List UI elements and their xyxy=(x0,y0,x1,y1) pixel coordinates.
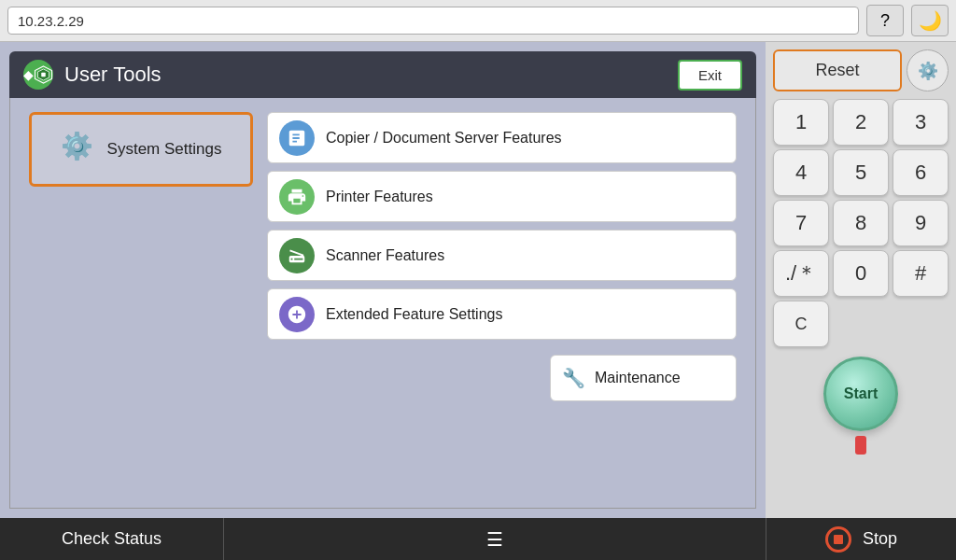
reset-button[interactable]: Reset xyxy=(773,49,902,91)
maintenance-icon: 🔧 xyxy=(562,367,585,389)
key-5-button[interactable]: 5 xyxy=(833,149,889,196)
bottom-bar: Check Status ☰ Stop xyxy=(0,518,956,560)
check-status-button[interactable]: Check Status xyxy=(0,518,224,560)
bottom-center: ☰ xyxy=(224,528,766,551)
key-1-button[interactable]: 1 xyxy=(773,99,829,146)
right-panel: Reset ⚙️ 1 2 3 4 5 6 7 8 9 ./＊ 0 # C Sta… xyxy=(766,42,956,518)
scanner-features-button[interactable]: Scanner Features xyxy=(267,230,737,281)
content-area: ⚙️ System Settings Copier / Document Ser… xyxy=(9,98,756,509)
start-button[interactable]: Start xyxy=(823,357,898,431)
extended-label: Extended Feature Settings xyxy=(326,306,502,323)
key-0-button[interactable]: 0 xyxy=(833,250,889,297)
key-slash-button[interactable]: ./＊ xyxy=(773,250,829,297)
system-settings-button[interactable]: ⚙️ System Settings xyxy=(29,112,253,187)
copier-label: Copier / Document Server Features xyxy=(326,130,562,147)
maintenance-button[interactable]: 🔧 Maintenance xyxy=(550,355,737,401)
night-mode-button[interactable]: 🌙 xyxy=(911,5,949,36)
address-text: 10.23.2.29 xyxy=(18,13,84,29)
address-bar: 10.23.2.29 xyxy=(7,7,859,35)
key-3-button[interactable]: 3 xyxy=(893,99,949,146)
stop-icon xyxy=(825,526,851,553)
user-tools-header: User Tools Exit xyxy=(9,51,756,98)
menu-items: Copier / Document Server Features Printe… xyxy=(267,112,737,494)
stop-icon-inner xyxy=(834,535,843,544)
keypad-grid: 1 2 3 4 5 6 7 8 9 ./＊ 0 # C xyxy=(773,99,949,347)
system-settings-icon: ⚙️ xyxy=(61,131,98,168)
key-8-button[interactable]: 8 xyxy=(833,200,889,246)
maintenance-row: 🔧 Maintenance xyxy=(267,347,737,401)
key-hash-button[interactable]: # xyxy=(893,250,949,297)
printer-label: Printer Features xyxy=(326,189,433,205)
help-icon: ? xyxy=(880,11,890,31)
key-9-button[interactable]: 9 xyxy=(893,200,949,246)
night-icon: 🌙 xyxy=(919,9,942,32)
printer-icon xyxy=(279,179,315,215)
left-panel: User Tools Exit ⚙️ System Settings Copie… xyxy=(0,42,766,518)
main-area: User Tools Exit ⚙️ System Settings Copie… xyxy=(0,42,956,518)
exit-button[interactable]: Exit xyxy=(678,60,742,91)
top-bar: 10.23.2.29 ? 🌙 xyxy=(0,0,956,42)
printer-features-button[interactable]: Printer Features xyxy=(267,171,737,222)
stop-area[interactable]: Stop xyxy=(766,518,956,560)
copier-document-server-button[interactable]: Copier / Document Server Features xyxy=(267,112,737,163)
stop-label: Stop xyxy=(863,529,897,549)
key-6-button[interactable]: 6 xyxy=(893,149,949,196)
scanner-icon xyxy=(279,238,315,273)
user-tools-title: User Tools xyxy=(64,63,667,87)
help-button[interactable]: ? xyxy=(866,5,904,36)
svg-rect-2 xyxy=(41,73,46,77)
copier-icon xyxy=(279,120,315,156)
scanner-label: Scanner Features xyxy=(326,247,444,264)
start-area: Start xyxy=(773,357,949,455)
keypad-top: Reset ⚙️ xyxy=(773,49,949,91)
gear-button[interactable]: ⚙️ xyxy=(907,49,949,91)
extended-feature-settings-button[interactable]: Extended Feature Settings xyxy=(267,288,737,340)
hamburger-icon: ☰ xyxy=(486,528,503,551)
key-2-button[interactable]: 2 xyxy=(833,99,889,146)
user-tools-logo-icon xyxy=(23,60,53,90)
key-7-button[interactable]: 7 xyxy=(773,200,829,246)
gear-icon: ⚙️ xyxy=(918,61,938,81)
extended-icon xyxy=(279,297,315,332)
key-4-button[interactable]: 4 xyxy=(773,149,829,196)
start-indicator xyxy=(855,436,866,455)
system-settings-label: System Settings xyxy=(107,140,222,159)
clear-button[interactable]: C xyxy=(773,301,829,347)
check-status-label: Check Status xyxy=(62,529,162,549)
maintenance-label: Maintenance xyxy=(595,370,681,386)
